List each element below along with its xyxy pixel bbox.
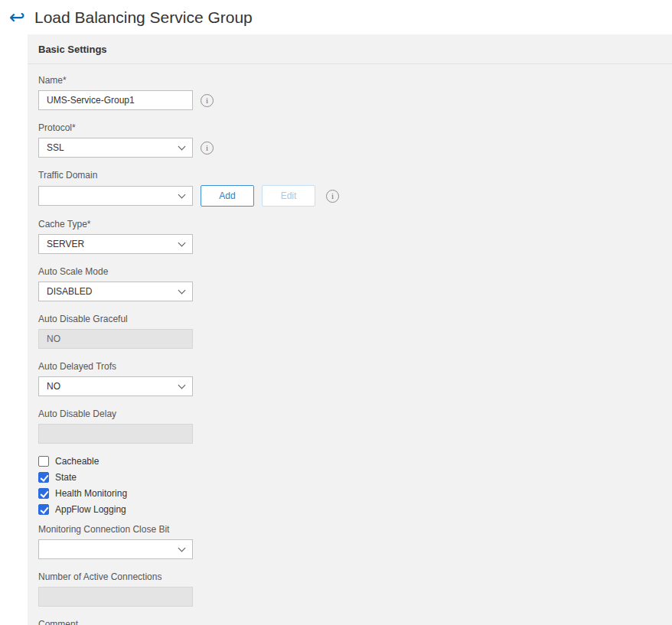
- back-arrow-icon: ↩: [9, 6, 25, 28]
- page-header: ↩ Load Balancing Service Group: [0, 0, 672, 34]
- protocol-label: Protocol*: [38, 122, 661, 133]
- traffic-domain-select[interactable]: [38, 186, 193, 206]
- field-number-of-active-connections: Number of Active Connections: [38, 571, 661, 607]
- cache-type-select-value: SERVER: [47, 239, 84, 249]
- auto-disable-graceful-label: Auto Disable Graceful: [38, 314, 661, 324]
- comment-label: Comment: [38, 619, 661, 625]
- checkbox-icon: [38, 472, 49, 483]
- auto-disable-delay-input: [38, 424, 193, 444]
- edit-button: Edit: [262, 185, 315, 207]
- checkbox-icon: [38, 488, 49, 499]
- auto-disable-delay-label: Auto Disable Delay: [38, 409, 661, 419]
- field-cache-type: Cache Type* SERVER: [38, 219, 661, 254]
- info-icon[interactable]: i: [326, 190, 339, 203]
- field-comment: Comment: [38, 619, 661, 625]
- chevron-down-icon: [178, 143, 186, 151]
- field-traffic-domain: Traffic Domain Add Edit i: [38, 170, 661, 207]
- chevron-down-icon: [178, 239, 186, 247]
- field-protocol: Protocol* SSL i: [38, 122, 661, 158]
- protocol-select[interactable]: SSL: [38, 138, 193, 158]
- basic-settings-panel: Basic Settings Name* i Protocol* SSL i T…: [28, 34, 672, 625]
- cacheable-label: Cacheable: [55, 456, 99, 467]
- protocol-select-value: SSL: [47, 142, 64, 153]
- auto-disable-graceful-input: [38, 329, 193, 349]
- info-icon[interactable]: i: [201, 94, 214, 107]
- name-label: Name*: [38, 75, 661, 86]
- monitoring-connection-close-bit-label: Monitoring Connection Close Bit: [38, 524, 661, 535]
- checkbox-health-monitoring[interactable]: Health Monitoring: [38, 488, 661, 499]
- field-auto-disable-graceful: Auto Disable Graceful: [38, 314, 661, 349]
- auto-scale-mode-select-value: DISABLED: [47, 286, 92, 297]
- health-monitoring-label: Health Monitoring: [55, 488, 127, 499]
- monitoring-connection-close-bit-select[interactable]: [38, 539, 193, 559]
- auto-delayed-trofs-label: Auto Delayed Trofs: [38, 361, 661, 372]
- chevron-down-icon: [178, 545, 186, 552]
- checkbox-icon: [38, 504, 49, 515]
- page-title: Load Balancing Service Group: [34, 8, 253, 27]
- cache-type-select[interactable]: SERVER: [38, 234, 193, 254]
- auto-scale-mode-label: Auto Scale Mode: [38, 266, 661, 277]
- state-label: State: [55, 472, 77, 483]
- chevron-down-icon: [178, 382, 186, 389]
- chevron-down-icon: [178, 287, 186, 295]
- auto-delayed-trofs-select[interactable]: NO: [38, 376, 193, 396]
- add-button[interactable]: Add: [201, 185, 254, 207]
- checkbox-state[interactable]: State: [38, 472, 661, 483]
- auto-scale-mode-select[interactable]: DISABLED: [38, 282, 193, 301]
- number-of-active-connections-input: [38, 587, 193, 607]
- appflow-logging-label: AppFlow Logging: [55, 504, 126, 515]
- chevron-down-icon: [178, 191, 186, 199]
- field-auto-delayed-trofs: Auto Delayed Trofs NO: [38, 361, 661, 396]
- field-auto-disable-delay: Auto Disable Delay: [38, 409, 661, 444]
- back-button[interactable]: ↩: [9, 8, 25, 27]
- field-name: Name* i: [38, 75, 661, 110]
- checkbox-icon: [38, 456, 49, 467]
- section-title: Basic Settings: [38, 44, 107, 55]
- checkbox-cacheable[interactable]: Cacheable: [38, 456, 661, 467]
- name-input[interactable]: [38, 90, 193, 110]
- field-auto-scale-mode: Auto Scale Mode DISABLED: [38, 266, 661, 301]
- cache-type-label: Cache Type*: [38, 219, 661, 229]
- auto-delayed-trofs-select-value: NO: [47, 381, 60, 392]
- section-header-basic-settings: Basic Settings: [28, 34, 672, 64]
- info-icon[interactable]: i: [201, 142, 214, 155]
- checkbox-appflow-logging[interactable]: AppFlow Logging: [38, 504, 661, 515]
- checkbox-group: Cacheable State Health Monitoring AppFlo…: [38, 456, 661, 515]
- field-monitoring-connection-close-bit: Monitoring Connection Close Bit: [38, 524, 661, 559]
- number-of-active-connections-label: Number of Active Connections: [38, 571, 661, 582]
- traffic-domain-label: Traffic Domain: [38, 170, 661, 181]
- panel-body: Name* i Protocol* SSL i Traffic Domain: [28, 64, 672, 625]
